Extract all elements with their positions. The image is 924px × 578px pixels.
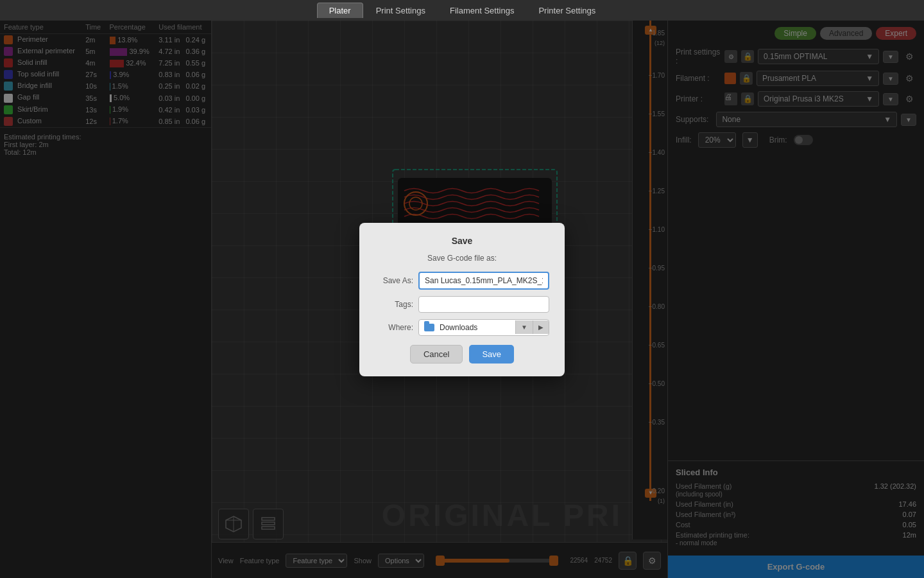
tab-plater[interactable]: Plater [317, 3, 363, 18]
where-value: Downloads [440, 323, 477, 332]
modal-title: Save [375, 236, 549, 246]
where-dropdown-arrow[interactable]: ▼ [515, 320, 533, 334]
tags-row: Tags: [375, 296, 549, 313]
where-label: Where: [375, 323, 413, 332]
tab-filament-settings[interactable]: Filament Settings [438, 3, 526, 18]
top-navigation: Plater Print Settings Filament Settings … [0, 0, 924, 21]
tags-input[interactable] [418, 296, 549, 313]
tags-label: Tags: [375, 300, 413, 309]
folder-icon [424, 324, 434, 331]
modal-save-button[interactable]: Save [469, 345, 514, 363]
where-expand[interactable]: ▶ [533, 320, 549, 334]
save-as-label: Save As: [375, 276, 413, 285]
where-row: Where: Downloads ▼ ▶ [375, 319, 549, 336]
modal-cancel-button[interactable]: Cancel [410, 345, 463, 363]
where-main: Downloads [419, 320, 515, 335]
save-as-row: Save As: [375, 272, 549, 290]
where-dropdown[interactable]: Downloads ▼ ▶ [418, 319, 549, 336]
modal-buttons: Cancel Save [375, 345, 549, 363]
save-as-input[interactable] [418, 272, 549, 290]
save-modal: Save Save G-code file as: Save As: Tags:… [359, 223, 565, 376]
modal-overlay: Save Save G-code file as: Save As: Tags:… [0, 21, 924, 578]
modal-subtitle: Save G-code file as: [375, 254, 549, 263]
tab-printer-settings[interactable]: Printer Settings [527, 3, 607, 18]
tab-print-settings[interactable]: Print Settings [364, 3, 437, 18]
